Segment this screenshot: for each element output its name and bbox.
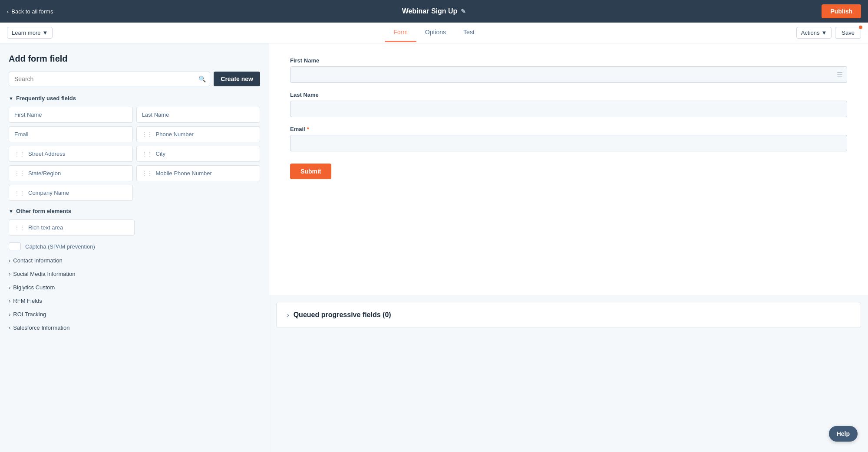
search-row: 🔍 Create new xyxy=(9,72,260,86)
back-arrow-icon: ‹ xyxy=(7,8,9,15)
submit-button[interactable]: Submit xyxy=(290,164,331,179)
back-link[interactable]: ‹ Back to all forms xyxy=(7,8,53,15)
field-state-region[interactable]: ⋮⋮ State/Region xyxy=(9,165,133,181)
frequently-used-fields: First Name Last Name Email ⋮⋮ Phone Numb… xyxy=(9,107,260,201)
field-phone-number[interactable]: ⋮⋮ Phone Number xyxy=(136,126,261,142)
field-label: Phone Number xyxy=(156,131,194,138)
chevron-down-icon: ▼ xyxy=(9,209,13,214)
tab-bar: Form Options Test xyxy=(385,23,483,42)
section-salesforce[interactable]: › Salesforce Information xyxy=(9,321,260,334)
field-icon: ☰ xyxy=(837,71,843,79)
chevron-down-icon: ▼ xyxy=(9,96,13,101)
field-label: Mobile Phone Number xyxy=(156,170,212,177)
form-preview: First Name ☰ Last Name Email * xyxy=(269,43,868,295)
drag-handle-icon: ⋮⋮ xyxy=(14,225,25,231)
email-input[interactable] xyxy=(290,135,847,151)
field-label: Last Name xyxy=(142,111,169,118)
add-form-title: Add form field xyxy=(9,54,260,64)
sub-nav: Learn more ▼ Form Options Test Actions ▼… xyxy=(0,23,868,43)
drag-handle-icon: ⋮⋮ xyxy=(142,170,152,177)
right-panel: First Name ☰ Last Name Email * xyxy=(269,43,868,452)
chevron-right-icon: › xyxy=(9,257,10,264)
field-last-name[interactable]: Last Name xyxy=(136,107,261,123)
page-title: Webinar Sign Up ✎ xyxy=(402,7,466,15)
form-field-last-name: Last Name xyxy=(290,92,847,117)
field-label: Rich text area xyxy=(28,224,63,231)
tab-test[interactable]: Test xyxy=(455,23,483,42)
field-company-name[interactable]: ⋮⋮ Company Name xyxy=(9,185,133,201)
field-mobile-phone[interactable]: ⋮⋮ Mobile Phone Number xyxy=(136,165,261,181)
section-roi-tracking[interactable]: › ROI Tracking xyxy=(9,308,260,321)
help-button[interactable]: Help xyxy=(829,426,858,442)
publish-button[interactable]: Publish xyxy=(822,4,861,18)
section-biglytics-custom[interactable]: › Biglytics Custom xyxy=(9,281,260,294)
chevron-right-icon: › xyxy=(9,298,10,304)
frequently-used-header[interactable]: ▼ Frequently used fields xyxy=(9,95,260,102)
chevron-right-icon: › xyxy=(9,311,10,318)
first-name-label: First Name xyxy=(290,57,847,64)
field-city[interactable]: ⋮⋮ City xyxy=(136,146,261,162)
form-field-email: Email * xyxy=(290,126,847,151)
last-name-label: Last Name xyxy=(290,92,847,98)
drag-handle-icon: ⋮⋮ xyxy=(142,151,152,157)
captcha-label: Captcha (SPAM prevention) xyxy=(25,243,95,250)
required-star: * xyxy=(307,126,309,132)
section-social-media[interactable]: › Social Media Information xyxy=(9,267,260,281)
queued-progressive-fields: › Queued progressive fields (0) xyxy=(276,302,861,328)
email-label: Email * xyxy=(290,126,847,132)
field-rich-text[interactable]: ⋮⋮ Rich text area xyxy=(9,219,135,236)
sub-nav-right: Actions ▼ Save xyxy=(796,27,861,39)
chevron-right-icon: › xyxy=(9,284,10,291)
drag-handle-icon: ⋮⋮ xyxy=(14,170,25,177)
drag-handle-icon: ⋮⋮ xyxy=(142,131,152,138)
main-layout: Add form field 🔍 Create new ▼ Frequently… xyxy=(0,43,868,452)
field-street-address[interactable]: ⋮⋮ Street Address xyxy=(9,146,133,162)
left-panel: Add form field 🔍 Create new ▼ Frequently… xyxy=(0,43,269,452)
back-link-label: Back to all forms xyxy=(11,8,53,15)
drag-handle-icon: ⋮⋮ xyxy=(14,151,25,157)
captcha-row: Captcha (SPAM prevention) xyxy=(9,239,260,254)
tab-form[interactable]: Form xyxy=(385,23,416,42)
field-label: Street Address xyxy=(28,151,65,157)
drag-handle-icon: ⋮⋮ xyxy=(14,190,25,196)
actions-button[interactable]: Actions ▼ xyxy=(796,27,832,39)
collapsible-sections: › Contact Information › Social Media Inf… xyxy=(9,254,260,334)
field-label: Email xyxy=(14,131,29,138)
captcha-checkbox[interactable] xyxy=(9,242,21,250)
other-elements-header[interactable]: ▼ Other form elements xyxy=(9,208,260,214)
chevron-down-icon: ▼ xyxy=(42,29,48,36)
create-new-button[interactable]: Create new xyxy=(214,72,260,86)
unsaved-indicator xyxy=(859,26,862,29)
top-nav: ‹ Back to all forms Webinar Sign Up ✎ Pu… xyxy=(0,0,868,23)
last-name-input[interactable] xyxy=(290,101,847,117)
chevron-down-icon: ▼ xyxy=(821,29,827,36)
section-rfm-fields[interactable]: › RFM Fields xyxy=(9,294,260,308)
first-name-input[interactable] xyxy=(290,66,847,83)
search-input[interactable] xyxy=(9,72,210,86)
edit-icon[interactable]: ✎ xyxy=(461,8,466,15)
save-button[interactable]: Save xyxy=(835,27,861,39)
chevron-right-icon: › xyxy=(9,271,10,277)
form-field-first-name: First Name ☰ xyxy=(290,57,847,83)
queued-header[interactable]: › Queued progressive fields (0) xyxy=(287,311,850,319)
learn-more-button[interactable]: Learn more ▼ xyxy=(7,27,53,39)
field-label: Company Name xyxy=(28,190,69,196)
chevron-right-icon: › xyxy=(287,311,289,318)
queued-title: Queued progressive fields (0) xyxy=(294,311,391,319)
field-first-name[interactable]: First Name xyxy=(9,107,133,123)
field-label: First Name xyxy=(14,111,42,118)
search-input-wrap: 🔍 xyxy=(9,72,210,86)
other-form-elements-section: ▼ Other form elements ⋮⋮ Rich text area … xyxy=(9,208,260,254)
field-label: City xyxy=(156,151,165,157)
field-label: State/Region xyxy=(28,170,61,177)
tab-options[interactable]: Options xyxy=(416,23,455,42)
first-name-input-wrap: ☰ xyxy=(290,66,847,83)
field-email[interactable]: Email xyxy=(9,126,133,142)
section-contact-information[interactable]: › Contact Information xyxy=(9,254,260,267)
search-icon: 🔍 xyxy=(198,75,206,82)
chevron-right-icon: › xyxy=(9,324,10,331)
